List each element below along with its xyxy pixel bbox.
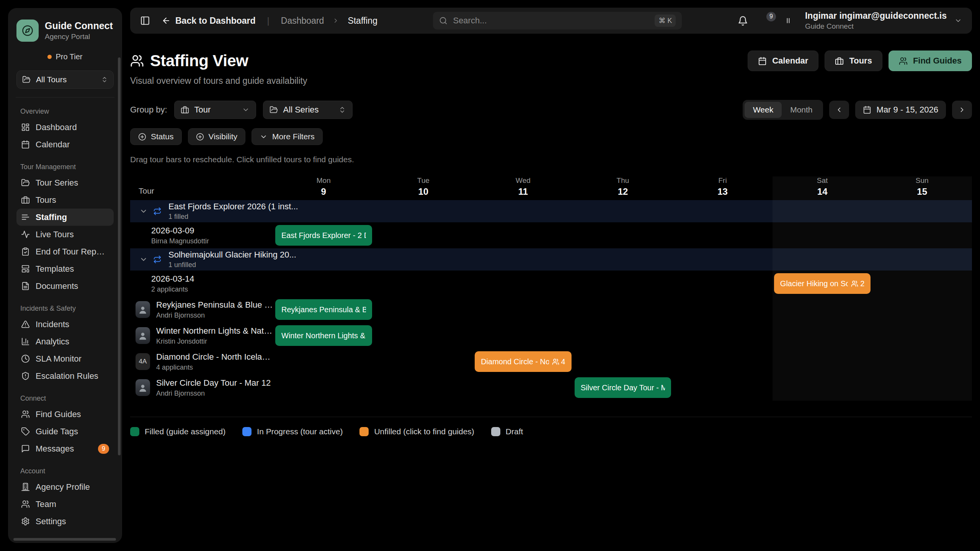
view-toggle-month[interactable]: Month [782,102,821,118]
tour-row-label[interactable]: Silver Circle Day Tour - Mar 12 Andri Bj… [130,375,274,401]
visibility-filter-button[interactable]: Visibility [188,128,245,145]
sidebar-item-guide-tags[interactable]: Guide Tags [16,423,114,440]
sidebar-item-end-of-tour-reports[interactable]: End of Tour Reports [16,243,114,260]
day-cell[interactable] [773,349,872,375]
search-input[interactable] [453,16,649,26]
day-cell[interactable]: Winter Northern Lights & Natu... [274,323,374,349]
day-cell[interactable] [872,222,972,248]
day-cell[interactable]: Glacier Hiking on Solheim... 2 [773,271,872,297]
day-cell[interactable] [673,375,773,401]
day-cell[interactable] [673,349,773,375]
more-filters-filter-button[interactable]: More Filters [252,128,323,145]
sidebar-item-tours[interactable]: Tours [16,191,114,209]
tours-button[interactable]: Tours [825,51,882,71]
day-cell[interactable] [573,271,673,297]
sidebar-item-calendar[interactable]: Calendar [16,136,114,153]
tour-bar[interactable]: Glacier Hiking on Solheim... 2 [774,273,871,294]
day-cell[interactable] [573,222,673,248]
sidebar-item-sla-monitor[interactable]: SLA Monitor [16,350,114,367]
group-by-select[interactable]: Tour [174,101,256,119]
day-cell[interactable] [673,222,773,248]
tour-bar[interactable]: Silver Circle Day Tour - Mar 12 [575,377,671,398]
date-range-picker[interactable]: Mar 9 - 15, 2026 [855,101,946,119]
sidebar-item-documents[interactable]: Documents [16,277,114,295]
tour-bar[interactable]: Diamond Circle - North Ic... 4 [475,351,572,372]
day-cell[interactable] [473,222,573,248]
day-cell[interactable] [872,271,972,297]
group-row-header[interactable]: East Fjords Explorer 2026 (1 inst... 1 f… [130,200,972,222]
sidebar-horizontal-scrollbar[interactable] [13,538,116,541]
day-cell[interactable] [872,297,972,323]
notifications-bell-icon[interactable] [738,16,748,26]
day-cell[interactable]: Silver Circle Day Tour - Mar 12 [573,375,673,401]
chevron-down-icon[interactable] [139,207,148,215]
sidebar-item-find-guides[interactable]: Find Guides [16,406,114,423]
breadcrumb-dashboard[interactable]: Dashboard [281,16,324,26]
chevron-down-icon[interactable] [139,255,148,264]
status-filter-button[interactable]: Status [130,128,182,145]
sidebar-item-live-tours[interactable]: Live Tours [16,226,114,243]
series-filter-select[interactable]: All Series [263,101,353,119]
group-row-header[interactable]: Solheimajokull Glacier Hiking 20... 1 un… [130,248,972,271]
day-cell[interactable] [374,222,474,248]
sidebar-item-escalation-rules[interactable]: Escalation Rules [16,367,114,385]
sidebar-item-tour-series[interactable]: Tour Series [16,174,114,191]
view-toggle-week[interactable]: Week [745,102,782,118]
day-cell[interactable] [473,271,573,297]
all-tours-select[interactable]: All Tours [16,70,114,89]
day-cell[interactable]: Diamond Circle - North Ic... 4 [473,349,573,375]
day-cell[interactable] [673,271,773,297]
tour-row-label[interactable]: Reykjanes Peninsula & Blue Lagoo... Andr… [130,297,274,323]
day-cell[interactable] [872,323,972,349]
day-cell[interactable] [773,323,872,349]
day-cell[interactable] [274,349,374,375]
back-to-dashboard-button[interactable]: Back to Dashboard [162,16,256,26]
day-cell[interactable] [374,349,474,375]
tour-bar[interactable]: Reykjanes Peninsula & Blue La... [275,299,372,320]
day-cell[interactable] [872,349,972,375]
day-cell[interactable] [374,297,474,323]
messages-chat-icon[interactable]: 9 [761,16,771,26]
sidebar-item-messages[interactable]: Messages 9 [16,440,114,457]
tour-row-label[interactable]: 2026-03-09 Birna Magnusdottir [130,222,274,248]
tour-row-label[interactable]: 4A Diamond Circle - North Iceland - ... … [130,349,274,375]
sidebar-item-templates[interactable]: Templates [16,260,114,277]
day-cell[interactable]: Reykjanes Peninsula & Blue La... [274,297,374,323]
day-cell[interactable] [274,271,374,297]
day-cell[interactable] [374,375,474,401]
sidebar-item-agency-profile[interactable]: Agency Profile [16,478,114,496]
day-cell[interactable] [872,375,972,401]
day-cell[interactable] [673,323,773,349]
sidebar-item-analytics[interactable]: Analytics [16,333,114,350]
tour-bar[interactable]: East Fjords Explorer - 2 Days -... [275,225,372,246]
calendar-button[interactable]: Calendar [748,51,818,71]
search-bar[interactable]: ⌘ K [433,12,682,29]
day-cell[interactable]: East Fjords Explorer - 2 Days -... [274,222,374,248]
sidebar-item-settings[interactable]: Settings [16,513,114,530]
day-cell[interactable] [274,375,374,401]
day-cell[interactable] [773,222,872,248]
day-cell[interactable] [573,349,673,375]
sidebar-item-incidents[interactable]: Incidents [16,316,114,333]
day-cell[interactable] [573,323,673,349]
day-cell[interactable] [573,297,673,323]
sidebar-vertical-scrollbar[interactable] [118,57,121,455]
tour-row-label[interactable]: 2026-03-14 2 applicants [130,271,274,297]
day-cell[interactable] [773,375,872,401]
user-menu[interactable]: Ingimar ingimar@guideconnect.is Guide Co… [805,11,962,31]
find-guides-button[interactable]: Find Guides [889,51,972,71]
sidebar-item-dashboard[interactable]: Dashboard [16,119,114,136]
sidebar-item-staffing[interactable]: Staffing [16,209,114,226]
tour-row-label[interactable]: Winter Northern Lights & Nature - ... Kr… [130,323,274,349]
sidebar-toggle-icon[interactable] [140,16,150,26]
day-cell[interactable] [374,271,474,297]
next-week-button[interactable] [952,101,972,119]
prev-week-button[interactable] [829,101,849,119]
day-cell[interactable] [473,375,573,401]
day-cell[interactable] [773,297,872,323]
pause-icon[interactable] [784,16,792,25]
day-cell[interactable] [673,297,773,323]
day-cell[interactable] [374,323,474,349]
day-cell[interactable] [473,297,573,323]
day-cell[interactable] [473,323,573,349]
